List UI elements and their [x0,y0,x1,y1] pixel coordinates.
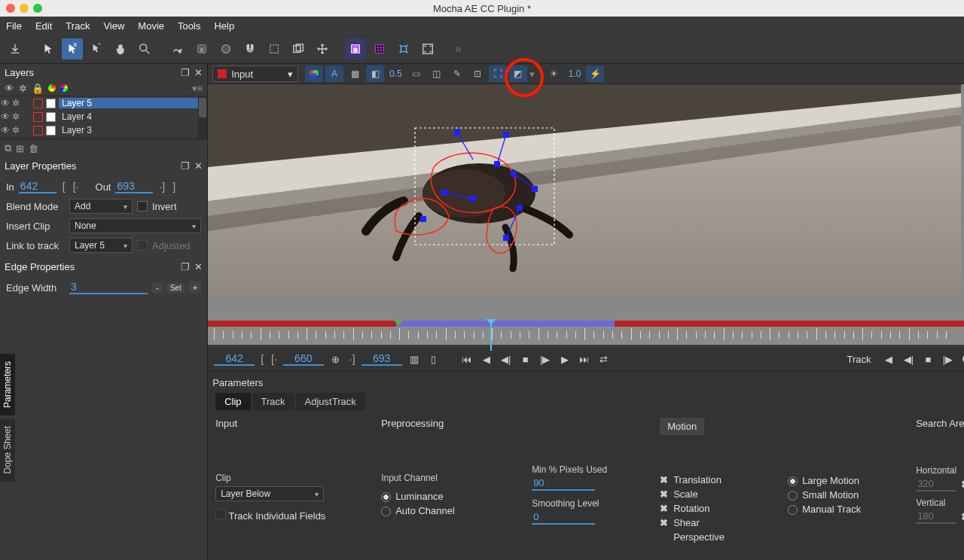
range-in-field[interactable] [214,352,255,366]
viewer[interactable] [208,84,964,321]
menu-file[interactable]: File [6,20,22,32]
panel-undock-icon[interactable]: ❐ [181,261,190,272]
expand-surface[interactable] [393,38,414,59]
edge-width-set[interactable]: Set [167,283,185,293]
show-planar-grid[interactable] [369,38,390,59]
color-picker-icon[interactable]: ✎ [448,65,466,82]
small-motion-radio[interactable] [788,491,798,501]
set-out-current[interactable]: ·] [348,353,357,365]
show-layer-outlines[interactable]: ▭ [407,65,426,82]
shear-checkbox[interactable]: ✖ [660,517,670,528]
in-marker[interactable] [394,321,403,330]
rotation-checkbox[interactable]: ✖ [660,503,670,514]
layers-menu-icon[interactable]: ▾≡ [192,83,203,94]
matte-color-icon[interactable] [60,84,68,92]
alpha-icon[interactable]: A [325,65,343,82]
step-fwd-icon[interactable]: |▶ [538,352,553,367]
track-fwd-one-icon[interactable]: |▶ [940,352,955,367]
menu-help[interactable]: Help [214,20,234,32]
current-frame-field[interactable] [283,352,324,366]
sidetab-dope-sheet[interactable]: Dope Sheet [0,418,15,481]
timeline[interactable] [208,321,964,348]
menu-tools[interactable]: Tools [178,20,200,32]
show-planar-surface[interactable]: S [345,38,366,59]
translation-checkbox[interactable]: ✖ [660,474,670,485]
duplicate-layer-icon[interactable]: ⧉ [5,142,11,154]
fit-timeline-icon[interactable]: ▯ [426,352,441,367]
tab-clip[interactable]: Clip [215,393,250,410]
track-back-one-icon[interactable]: ◀| [901,352,916,367]
spline-color-icon[interactable] [48,84,56,92]
menu-movie[interactable]: Movie [138,20,164,32]
tab-track[interactable]: Track [252,393,294,410]
perspective-checkbox[interactable] [660,531,670,543]
range-out-field[interactable] [362,352,402,366]
pan-tool[interactable] [110,38,131,59]
play-fwd-icon[interactable]: ▶ [557,352,572,367]
save-button[interactable] [5,38,26,59]
menu-track[interactable]: Track [66,20,90,32]
layer-row[interactable]: 👁✲Layer 4 [0,110,207,123]
manual-track-radio[interactable] [788,505,798,515]
delete-layer-icon[interactable]: 🗑 [29,143,38,154]
bracket-out-cur[interactable]: ·] [157,181,166,193]
layer-row[interactable]: 👁✲Layer 3 [0,123,207,137]
insert-clip-select[interactable]: None [69,218,201,233]
horiz-auto-checkbox[interactable]: ✖ [961,479,964,490]
toolbar-overflow-icon[interactable]: » [455,42,462,56]
panel-undock-icon[interactable]: ❐ [181,160,190,172]
layer-row[interactable]: 👁✲Layer 5 [0,96,207,110]
horizontal-field[interactable] [916,477,956,492]
zoom-timeline-icon[interactable]: ▥ [407,352,422,367]
rectangle-tool[interactable] [288,38,309,59]
rgb-icon[interactable] [305,65,323,82]
go-end-icon[interactable]: ⏭ [577,352,592,367]
lock-icon[interactable]: 🔒 [32,83,44,94]
edge-width-plus[interactable]: + [189,282,201,293]
auto-channel-radio[interactable] [381,507,391,516]
bracket-out-end[interactable]: ] [171,181,177,193]
xspline-tool[interactable]: + [167,38,188,59]
stop-icon[interactable]: ■ [518,352,533,367]
scale-checkbox[interactable]: ✖ [660,488,670,500]
vertical-field[interactable] [916,510,956,524]
panel-close-icon[interactable]: ✕ [194,67,203,78]
playhead[interactable] [490,321,492,351]
bracket-in-start[interactable]: [ [61,181,67,193]
edge-width-minus[interactable]: - [152,282,163,293]
transform-tool[interactable] [312,38,333,59]
set-in-bracket[interactable]: [ [259,353,265,365]
go-start-icon[interactable]: ⏮ [459,352,474,367]
edge-width-field[interactable] [69,281,148,294]
play-back-icon[interactable]: ◀ [479,352,494,367]
select-tool[interactable] [38,38,59,59]
luminance-radio[interactable] [381,492,391,502]
vert-auto-checkbox[interactable]: ✖ [961,511,964,522]
trace-icon[interactable]: ◩ [509,65,527,82]
overlay-opacity[interactable]: 0.5 [386,68,405,79]
zoom-tool[interactable] [134,38,155,59]
xspline-layer-tool[interactable]: X [191,38,212,59]
brightness-icon[interactable]: ☀ [545,65,563,82]
panel-close-icon[interactable]: ✕ [194,160,203,172]
set-in-current[interactable]: [· [270,353,279,365]
track-stop-icon[interactable]: ■ [920,352,935,367]
group-layer-icon[interactable]: ⊞ [16,143,24,154]
add-point-tool[interactable]: + [86,38,107,59]
timeline-ruler[interactable] [208,327,964,345]
in-field[interactable] [19,180,56,193]
menu-edit[interactable]: Edit [35,20,52,32]
source-select[interactable]: Input▾ [212,65,298,82]
stabilize-icon[interactable]: ⛶ [489,65,507,82]
bracket-in-cur[interactable]: [· [72,181,81,193]
clip-select[interactable]: Layer Below [215,486,324,501]
blend-mode-select[interactable]: Add [69,199,133,214]
track-back-icon[interactable]: ◀ [881,352,896,367]
invert-checkbox[interactable] [137,201,148,212]
track-individual-checkbox[interactable] [215,509,226,519]
sidetab-parameters[interactable]: Parameters [0,354,15,415]
show-spline-tangents[interactable]: ◫ [428,65,446,82]
freehand-tool[interactable] [264,38,285,59]
large-motion-radio[interactable] [788,476,798,486]
show-layer-mattes[interactable]: ▦ [346,65,364,82]
